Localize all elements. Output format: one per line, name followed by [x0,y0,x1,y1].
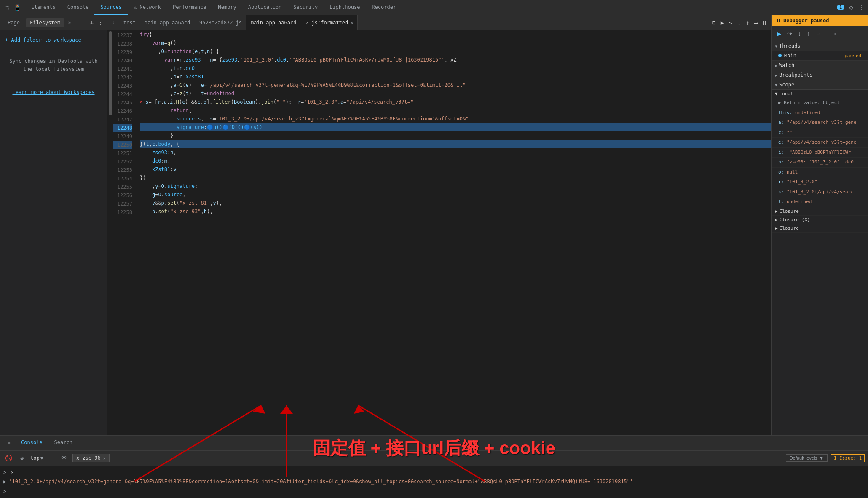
code-line-12253: xZst81: v [140,165,771,174]
top-dropdown-icon[interactable]: ▼ [40,455,43,461]
breakpoints-section[interactable]: ▶ Breakpoints [772,70,868,80]
step-over-button[interactable]: ↷ [785,29,794,38]
debugger-paused-header: ⏸ Debugger paused [772,15,868,26]
minimize-editor-icon[interactable]: ⊟ [710,19,717,26]
tab-console[interactable]: Console [62,0,95,15]
code-content[interactable]: try { var m = q() , O = function(e, t, n… [137,30,771,468]
step-out-button[interactable]: ↑ [805,29,812,38]
code-line-12250: }(t, c.body, { [140,140,771,148]
step-into-icon[interactable]: ↓ [736,19,742,26]
scope-n: n: {zse93: '101_3_2.0', dc0: [772,158,868,168]
result-prompt: > [3,488,8,495]
return-value: ▶ Return value: Object [772,98,868,108]
scope-this: this: undefined [772,108,868,118]
editor-tab-formatted[interactable]: main.app.aa6acd...2.js:formatted ✕ [246,15,358,30]
clear-filter-icon[interactable]: ✕ [103,456,106,461]
settings-icon[interactable]: ⚙ [848,4,855,11]
inspect-icon[interactable]: ⬚ [3,4,10,11]
levels-dropdown-icon: ▼ [819,455,824,461]
right-panel: ⏸ Debugger paused ▶ ↷ ↓ ↑ → ⟶ ▼ Threads … [771,15,868,498]
add-folder-button[interactable]: + Add folder to workspace [5,35,102,45]
scope-arrow: ▼ [775,83,777,87]
threads-section[interactable]: ▼ Threads [772,41,868,51]
code-editor: 12237 12238 12239 12240 12241 12242 1224… [107,30,771,468]
close-console-icon[interactable]: ✕ [3,435,15,450]
main-layout: Page Filesystem » + ⋮ + Add folder to wo… [0,15,868,498]
closure-x-arrow: ▶ [775,217,778,222]
code-line-12247: source: s, s = "101_3_2.0+/api/v4/search… [140,115,771,123]
prev-tab-icon[interactable]: ‹ [107,15,119,30]
closure-x[interactable]: ▶ Closure (X) [772,216,868,224]
code-line-12254: }) [140,174,771,182]
watch-section[interactable]: ▶ Watch [772,61,868,70]
workspace-content: + Add folder to workspace Sync changes i… [0,30,107,498]
tab-recorder[interactable]: Recorder [366,0,402,15]
tab-close-icon[interactable]: ✕ [351,20,353,25]
code-line-12252: dc0: m, [140,157,771,165]
deactivate-button[interactable]: ⟶ [826,29,838,38]
workspace-description: Sync changes in DevTools with the local … [5,49,102,82]
eye-icon[interactable]: 👁 [59,453,69,463]
clear-console-icon[interactable]: 🚫 [3,453,13,463]
tab-sources[interactable]: Sources [94,0,128,15]
more-tabs-icon[interactable]: » [66,19,72,27]
step-into-button[interactable]: ↓ [796,29,803,38]
code-line-12244: , c = z(t) t = undefined [140,89,771,98]
code-line-12258: p.set("x-zse-93", h), [140,207,771,216]
tab-memory[interactable]: Memory [212,0,242,15]
tab-filesystem[interactable]: Filesystem [26,18,64,27]
tab-elements[interactable]: Elements [25,0,62,15]
code-line-12246: return { [140,106,771,115]
tab-application[interactable]: Application [242,0,287,15]
top-label: top [30,455,40,461]
scope-o: o: null [772,168,868,178]
resume-icon[interactable]: ▶ [719,19,726,26]
console-controls: 🚫 ⊗ top ▼ 👁 x-zse-96 ✕ Default levels ▼ … [0,451,868,466]
devtools-toolbar: ⬚ 📱 Elements Console Sources ⚠ Network P… [0,0,868,15]
thread-name: Main [784,53,796,59]
panel-menu-icon[interactable]: ⋮ [97,19,104,26]
more-menu-icon[interactable]: ⋮ [858,4,865,11]
console-line-empty: > [3,487,865,496]
thread-indicator [778,54,782,57]
code-line-12249: } [140,131,771,140]
new-tab-icon[interactable]: + [88,19,95,26]
tab-performance[interactable]: Performance [167,0,212,15]
code-line-12238: var m = q() [140,39,771,47]
code-line-12251: zse93: h, [140,148,771,157]
device-icon[interactable]: 📱 [13,4,20,11]
editor-tab-main[interactable]: main.app.aa6acd...9528e2ad872.js [140,15,246,30]
local-scope[interactable]: ▼ Local [772,90,868,98]
scope-t: t: undefined [772,197,868,207]
tab-lighthouse[interactable]: Lighthouse [324,0,366,15]
scroll-thumb[interactable] [109,31,112,115]
console-tab-search[interactable]: Search [48,435,78,450]
editor-tabs: ‹ test main.app.aa6acd...9528e2ad872.js … [107,15,771,30]
console-tab-console[interactable]: Console [15,435,48,450]
code-line-12239: , O = function(e, t, n) { [140,47,771,56]
step-button[interactable]: → [814,29,823,38]
thread-status: paused [844,53,861,59]
editor-tab-test[interactable]: test [119,15,140,30]
expand-icon[interactable]: ▶ [3,478,6,485]
deactivate-icon[interactable]: ⟶ [753,19,759,26]
tab-page[interactable]: Page [3,18,24,27]
console-output: > s ▶ '101_3_2.0+/api/v4/search_v3?t=gen… [0,466,868,498]
pause-exceptions-icon[interactable]: ⏸ [761,19,768,26]
closure-2[interactable]: ▶ Closure [772,224,868,233]
workspace-learn-more-link[interactable]: Learn more about Workspaces [5,89,102,95]
scope-section[interactable]: ▼ Scope [772,80,868,90]
code-line-12237: try { [140,30,771,39]
vertical-scrollbar[interactable] [107,30,113,468]
closure-1[interactable]: ▶ Closure [772,207,868,216]
step-over-icon[interactable]: ↷ [727,19,734,26]
resume-button[interactable]: ▶ [775,29,783,38]
default-levels-button[interactable]: Default levels ▼ [786,454,828,462]
scope-r: r: "101_3_2.0" [772,177,868,187]
step-out-icon[interactable]: ↑ [744,19,751,26]
debug-controls: ▶ ↷ ↓ ↑ → ⟶ [772,26,868,41]
console-settings-icon[interactable]: ⊗ [17,453,27,463]
tab-network[interactable]: ⚠ Network [128,0,167,15]
center-panel: ‹ test main.app.aa6acd...9528e2ad872.js … [107,15,771,498]
tab-security[interactable]: Security [287,0,324,15]
